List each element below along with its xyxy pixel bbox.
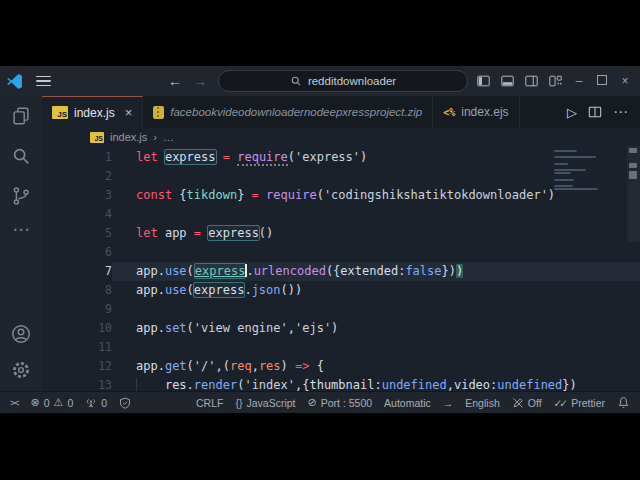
error-count: 0 bbox=[44, 397, 50, 409]
formatter-indicator[interactable]: Automatic bbox=[384, 397, 431, 409]
forward-button[interactable]: → bbox=[193, 66, 207, 96]
code-line[interactable]: 5let app = express() bbox=[42, 224, 640, 243]
minimap[interactable] bbox=[554, 150, 600, 191]
code-token: res bbox=[259, 359, 281, 373]
accounts-icon[interactable] bbox=[10, 323, 32, 345]
title-bar: ← → redditdownloader bbox=[0, 66, 640, 96]
spellcheck-indicator[interactable]: English bbox=[465, 397, 499, 409]
breadcrumb-ellipsis[interactable]: … bbox=[163, 131, 174, 143]
maximize-button[interactable] bbox=[595, 74, 609, 88]
tab-label: index.js bbox=[74, 106, 115, 120]
remote-indicator[interactable]: >< bbox=[10, 398, 19, 408]
code-token: = bbox=[194, 226, 201, 240]
code-line[interactable]: 12app.get('/',(req,res) => { bbox=[42, 357, 640, 376]
code-line[interactable]: 10app.set('view engine','ejs') bbox=[42, 319, 640, 338]
ejs-file-icon: <% bbox=[443, 107, 455, 118]
code-token: res. bbox=[165, 378, 194, 391]
breadcrumb-file[interactable]: index.js bbox=[110, 131, 147, 143]
code-line[interactable]: 6 bbox=[42, 243, 640, 262]
more-actions-icon[interactable]: ⋯ bbox=[613, 103, 628, 121]
code-token: ({extended: bbox=[326, 264, 405, 278]
code-token: () bbox=[259, 226, 273, 240]
tab-index-js[interactable]: JS index.js × bbox=[42, 96, 143, 128]
code-token: ) bbox=[331, 321, 338, 335]
search-icon bbox=[290, 75, 302, 87]
menu-hamburger-icon[interactable] bbox=[36, 76, 51, 87]
settings-gear-icon[interactable] bbox=[10, 359, 32, 381]
code-token: set bbox=[165, 321, 187, 335]
additional-views-icon[interactable]: ⋯ bbox=[13, 225, 30, 235]
arrow-icon[interactable]: → bbox=[443, 397, 454, 409]
code-token: ,( bbox=[216, 359, 230, 373]
code-line[interactable]: 13 res.render('index',{thumbnail:undefin… bbox=[42, 376, 640, 391]
close-button[interactable]: × bbox=[618, 74, 632, 88]
eol-indicator[interactable]: CRLF bbox=[196, 397, 223, 409]
back-button[interactable]: ← bbox=[168, 66, 182, 96]
highlight-indicator[interactable]: Off bbox=[512, 397, 542, 409]
code-line[interactable]: 1let express = require('express') bbox=[42, 148, 640, 167]
ports-indicator[interactable]: 0 bbox=[85, 397, 107, 409]
tab-label: index.ejs bbox=[461, 105, 508, 119]
code-line[interactable]: 3const {tikdown} = require('codingshiksh… bbox=[42, 186, 640, 205]
code-token: = bbox=[223, 150, 230, 164]
minimap-line bbox=[554, 163, 568, 165]
code-line[interactable]: 2 bbox=[42, 167, 640, 186]
code-line[interactable]: 8app.use(express.json()) bbox=[42, 281, 640, 300]
run-code-icon[interactable]: ▷ bbox=[567, 105, 577, 120]
code-token: use bbox=[165, 264, 187, 278]
scrollbar[interactable] bbox=[627, 146, 640, 242]
code-token: ( bbox=[187, 321, 194, 335]
workbench-body: ⋯ JS index.js × bbox=[0, 96, 640, 391]
overview-ruler-marker bbox=[629, 163, 637, 168]
source-control-icon[interactable] bbox=[10, 185, 32, 207]
vscode-logo-icon bbox=[6, 73, 23, 90]
code-line[interactable]: 7app.use(express.urlencoded({extended:fa… bbox=[42, 262, 640, 281]
explorer-icon[interactable] bbox=[10, 105, 32, 127]
code-token bbox=[136, 378, 165, 391]
line-number: 12 bbox=[42, 357, 112, 376]
vscode-window: ← → redditdownloader bbox=[0, 66, 640, 412]
toggle-secondary-sidebar-icon[interactable] bbox=[524, 74, 539, 88]
tab-index-ejs[interactable]: <% index.ejs bbox=[433, 96, 519, 128]
customize-layout-icon[interactable] bbox=[548, 74, 563, 88]
tab-close-icon[interactable]: × bbox=[125, 105, 133, 120]
problems-indicator[interactable]: ⊗ 0 ⚠ 0 bbox=[31, 396, 74, 409]
code-token: ,video: bbox=[447, 378, 498, 391]
screenshot-stage: ← → redditdownloader bbox=[0, 0, 640, 480]
circle-slash-icon: ⊘ bbox=[308, 396, 317, 409]
line-number: 6 bbox=[42, 243, 112, 262]
line-number: 4 bbox=[42, 205, 112, 224]
toggle-sidebar-icon[interactable] bbox=[476, 74, 491, 88]
code-token: app bbox=[158, 226, 194, 240]
code-token: 'codingshikshatiktokdownloader' bbox=[324, 188, 548, 202]
search-view-icon[interactable] bbox=[10, 145, 32, 167]
tab-zip-file[interactable]: facebookvideodownloadernodeepxressprojec… bbox=[143, 96, 433, 128]
minimize-button[interactable]: – bbox=[572, 74, 586, 88]
code-editor[interactable]: 1let express = require('express')23const… bbox=[42, 146, 640, 391]
status-bar: >< ⊗ 0 ⚠ 0 0 CRLF {} bbox=[0, 391, 640, 413]
notifications-bell-icon[interactable] bbox=[617, 396, 630, 409]
language-indicator[interactable]: {} JavaScript bbox=[235, 397, 295, 409]
code-token: let bbox=[136, 226, 158, 240]
code-token: ) bbox=[456, 264, 463, 278]
code-token: app. bbox=[136, 321, 165, 335]
code-line[interactable]: 9 bbox=[42, 300, 640, 319]
radio-tower-icon bbox=[85, 397, 97, 409]
port-indicator[interactable]: ⊘ Port : 5500 bbox=[308, 396, 373, 409]
code-token: 'express' bbox=[295, 150, 360, 164]
code-token: ,{thumbnail: bbox=[295, 378, 382, 391]
command-center-search[interactable]: redditdownloader bbox=[218, 70, 468, 92]
code-token: ) bbox=[360, 150, 367, 164]
code-token: => bbox=[295, 359, 309, 373]
code-token: use bbox=[165, 283, 187, 297]
editor-actions: ▷ ⋯ bbox=[567, 96, 640, 128]
code-line[interactable]: 4 bbox=[42, 205, 640, 224]
editor-column: JS index.js × facebookvideodownloadernod… bbox=[42, 96, 640, 391]
breadcrumb[interactable]: JS index.js › … bbox=[42, 128, 640, 146]
workspace-trust[interactable] bbox=[119, 397, 131, 409]
code-line[interactable]: 11 bbox=[42, 338, 640, 357]
prettier-indicator[interactable]: ✓✓ Prettier bbox=[554, 397, 605, 409]
toggle-panel-icon[interactable] bbox=[500, 74, 515, 88]
split-editor-icon[interactable] bbox=[588, 105, 602, 119]
minimap-line bbox=[554, 185, 573, 187]
